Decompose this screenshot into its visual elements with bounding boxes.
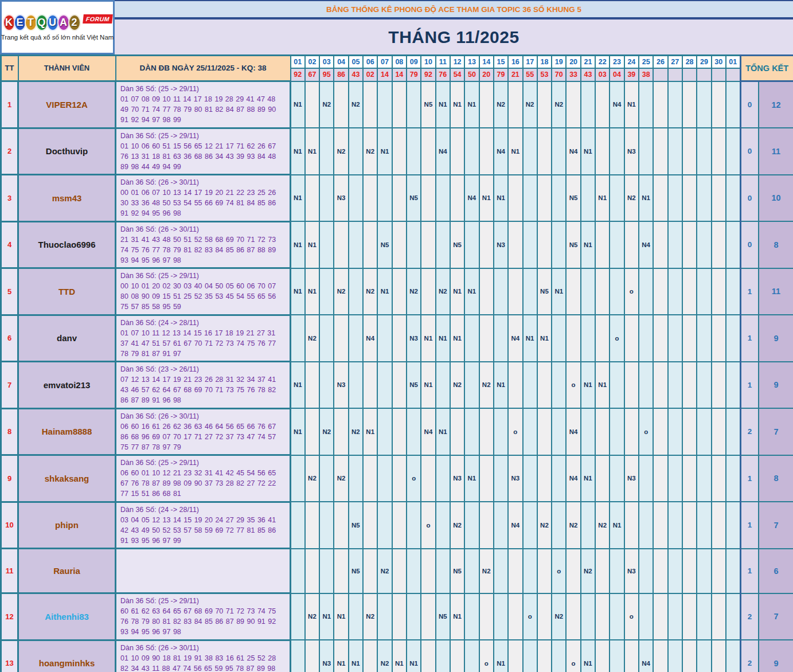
total-o-cell: 1	[740, 549, 759, 593]
dan-cell: Dàn 36 Số: (24 -> 28/11)01 07 10 11 12 1…	[116, 315, 291, 362]
day-cell	[464, 640, 479, 672]
day-cell: N1	[450, 593, 464, 640]
day-cell	[464, 502, 479, 549]
day-cell: N1	[291, 175, 305, 222]
day-cell	[523, 640, 537, 672]
topic-title: BẢNG THỐNG KÊ PHONG ĐỘ ACE THAM GIA TOPI…	[326, 5, 581, 14]
day-cell: N2	[334, 455, 348, 502]
tt-cell: 12	[1, 593, 18, 640]
day-cell	[610, 549, 624, 593]
day-cell	[479, 593, 494, 640]
tt-cell: 8	[1, 408, 18, 455]
day-cell	[712, 128, 726, 175]
day-cell: N1	[595, 175, 610, 222]
day-cell	[494, 408, 508, 455]
day-cell	[479, 315, 494, 362]
day-cell	[552, 175, 566, 222]
day-cell	[726, 221, 740, 268]
day-header-cell: 19	[552, 56, 566, 68]
member-name: Hainam8888	[18, 408, 116, 455]
day-cell	[552, 408, 566, 455]
day-cell	[726, 362, 740, 409]
kq-value-cell: 79	[494, 68, 508, 81]
day-cell	[349, 268, 363, 315]
dan-numbers: 01 07 10 11 12 13 14 15 16 17 18 19 21 2…	[120, 328, 286, 359]
day-cell	[421, 593, 435, 640]
day-cell: o	[624, 593, 639, 640]
day-cell	[436, 502, 450, 549]
day-cell: N5	[349, 502, 363, 549]
day-cell	[653, 455, 667, 502]
day-cell: N2	[537, 502, 552, 549]
day-cell	[610, 268, 624, 315]
day-cell	[523, 268, 537, 315]
day-cell	[349, 593, 363, 640]
dan-cell: Dàn 36 Số: (25 -> 29/11)06 60 01 10 12 2…	[116, 455, 291, 502]
day-cell: N1	[305, 268, 319, 315]
total-o-cell: 1	[740, 455, 759, 502]
day-cell	[682, 640, 697, 672]
day-cell	[726, 128, 740, 175]
day-cell	[712, 362, 726, 409]
day-cell	[610, 640, 624, 672]
day-cell	[291, 315, 305, 362]
day-cell	[566, 593, 580, 640]
member-name: Rauria	[18, 549, 116, 593]
day-cell	[595, 455, 610, 502]
dan-range: Dàn 36 Số: (26 -> 30/11)	[120, 411, 286, 421]
day-header-cell: 05	[349, 56, 363, 68]
total-n-cell: 11	[759, 128, 793, 175]
day-cell	[668, 362, 682, 409]
day-cell	[712, 549, 726, 593]
day-header-cell: 23	[610, 56, 624, 68]
dan-cell: Dàn 36 Số: (23 -> 26/11)07 12 13 14 17 1…	[116, 362, 291, 409]
day-cell: N1	[450, 268, 464, 315]
member-row: 5TTDDàn 36 Số: (25 -> 29/11)00 10 01 20 …	[1, 268, 793, 315]
day-cell	[392, 502, 407, 549]
day-cell	[377, 81, 392, 128]
day-cell: N1	[537, 315, 552, 362]
day-cell	[595, 268, 610, 315]
day-header-cell: 01	[726, 56, 740, 68]
day-cell	[639, 502, 653, 549]
total-n-cell: 7	[759, 408, 793, 455]
day-cell	[319, 549, 334, 593]
day-cell	[392, 593, 407, 640]
day-cell	[421, 221, 435, 268]
day-cell	[479, 455, 494, 502]
day-header-cell: 06	[363, 56, 377, 68]
day-cell	[407, 128, 421, 175]
day-cell: N2	[363, 128, 377, 175]
dan-range: Dàn 36 Số: (25 -> 29/11)	[120, 458, 286, 468]
tt-cell: 10	[1, 502, 18, 549]
day-cell	[450, 128, 464, 175]
day-cell	[581, 268, 595, 315]
total-o-cell: 0	[740, 175, 759, 222]
day-cell: N1	[523, 315, 537, 362]
day-cell	[697, 175, 711, 222]
day-cell: N1	[464, 455, 479, 502]
dan-numbers: 06 60 16 61 26 62 36 63 46 64 56 65 66 7…	[120, 421, 286, 452]
day-cell: N1	[305, 221, 319, 268]
member-name: Thuoclao6996	[18, 221, 116, 268]
day-cell	[392, 268, 407, 315]
day-cell	[682, 502, 697, 549]
forum-badge: FORUM	[83, 14, 113, 24]
day-cell	[537, 408, 552, 455]
day-cell	[639, 81, 653, 128]
day-cell: N3	[624, 549, 639, 593]
day-cell: N3	[319, 640, 334, 672]
total-n-cell: 7	[759, 593, 793, 640]
day-cell	[523, 549, 537, 593]
day-cell: N1	[377, 128, 392, 175]
day-cell	[305, 362, 319, 409]
day-cell	[566, 315, 580, 362]
day-cell	[668, 502, 682, 549]
day-cell: N3	[508, 455, 522, 502]
kq-value-cell: 02	[363, 68, 377, 81]
day-cell	[494, 502, 508, 549]
day-cell: N1	[377, 268, 392, 315]
day-cell	[668, 81, 682, 128]
day-cell	[494, 315, 508, 362]
day-cell	[305, 175, 319, 222]
